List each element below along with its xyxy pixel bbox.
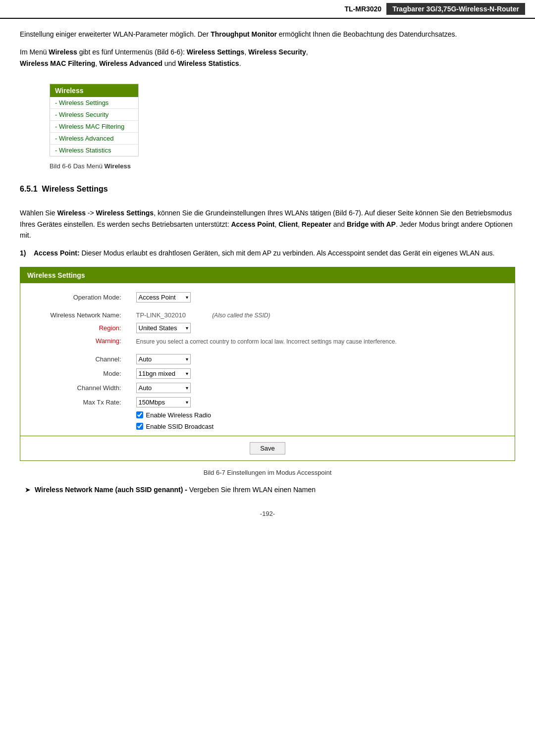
main-content: Einstellung einiger erweiterter WLAN-Par… [0, 29, 535, 547]
intro-sep2: , [306, 48, 308, 56]
page-header: TL-MR3020 Tragbarer 3G/3,75G-Wireless-N-… [0, 0, 535, 19]
body1-b2: Wireless Settings [96, 209, 154, 217]
section-651-num: 6.5.1 Wireless Settings [20, 185, 108, 194]
max-tx-row: Max Tx Rate: 150Mbps ▾ [20, 395, 515, 409]
enable-ssid-row: Enable SSID Broadcast [20, 421, 515, 432]
channel-select[interactable]: Auto ▾ [136, 354, 191, 364]
intro-text-p1-rest: ermöglicht Ihnen die Beobachtung des Dat… [277, 30, 457, 38]
operation-mode-select[interactable]: Access Point ▾ [136, 292, 191, 302]
intro-wadv-bold: Wireless Advanced [99, 59, 162, 67]
region-row: Region: United States ▾ [20, 321, 515, 335]
operation-mode-value: Access Point ▾ [129, 289, 515, 305]
intro-wsec-bold: Wireless Security [248, 48, 306, 56]
section-651-heading-row: 6.5.1 Wireless Settings [20, 180, 515, 201]
page-wrapper: TL-MR3020 Tragbarer 3G/3,75G-Wireless-N-… [0, 0, 535, 547]
ssid-note: (Also called the SSID) [212, 312, 270, 319]
max-tx-label: Max Tx Rate: [20, 395, 129, 409]
channel-width-arrow: ▾ [186, 385, 188, 391]
max-tx-select[interactable]: 150Mbps ▾ [136, 397, 191, 407]
operation-mode-label: Operation Mode: [20, 289, 129, 305]
bullet-bold: Wireless Network Name (auch SSID genannt… [35, 486, 187, 494]
body1-b1: Wireless [57, 209, 85, 217]
enable-radio-text: Enable Wireless Radio [146, 411, 212, 419]
body1-prefix: Wählen Sie [20, 209, 57, 217]
ap-text-content: Access Point: Dieser Modus erlaubt es dr… [34, 248, 515, 258]
ws-spacer3 [20, 348, 515, 352]
enable-radio-row: Enable Wireless Radio [20, 409, 515, 421]
ap-bold: Access Point: [34, 249, 80, 257]
page-number: -192- [20, 510, 515, 527]
channel-width-select[interactable]: Auto ▾ [136, 383, 191, 393]
section-num-text: 6.5.1 [20, 185, 38, 193]
intro-para1: Einstellung einiger erweiterter WLAN-Par… [20, 29, 515, 40]
channel-width-row: Channel Width: Auto ▾ [20, 381, 515, 395]
bullet-item-1: ➤ Wireless Network Name (auch SSID genan… [20, 484, 515, 495]
enable-ssid-label[interactable]: Enable SSID Broadcast [136, 423, 508, 430]
intro-end: . [239, 59, 241, 67]
menu-item-wireless-mac[interactable]: - Wireless MAC Filtering [50, 120, 138, 132]
ws-spacer-row [20, 283, 515, 289]
bullet-desc: Vergeben Sie Ihrem WLAN einen Namen [187, 486, 316, 494]
save-row: Save [20, 436, 515, 461]
body1-b4: Client [278, 220, 298, 228]
network-name-row: Wireless Network Name: TP-LINK_302010 (A… [20, 309, 515, 321]
throughput-monitor-bold: Throughput Monitor [211, 30, 277, 38]
section-651-body: Wählen Sie Wireless -> Wireless Settings… [20, 207, 515, 241]
save-button[interactable]: Save [250, 442, 285, 454]
figure7-caption: Bild 6-7 Einstellungen im Modus Accesspo… [20, 469, 515, 476]
channel-row: Channel: Auto ▾ [20, 352, 515, 366]
menu-item-wireless-statistics[interactable]: - Wireless Statistics [50, 144, 138, 156]
region-value-cell: United States ▾ [129, 321, 515, 335]
menu-item-wireless-security[interactable]: - Wireless Security [50, 108, 138, 120]
enable-ssid-broadcast-checkbox[interactable] [136, 423, 143, 430]
ws-table-header-cell: Wireless Settings [20, 267, 515, 283]
mode-value-cell: 11bgn mixed ▾ [129, 366, 515, 381]
body1-sep2: , [298, 220, 302, 228]
enable-wireless-radio-checkbox[interactable] [136, 411, 143, 418]
body1-sep3: and [331, 220, 347, 228]
warning-label: Warning: [20, 335, 129, 348]
channel-width-label: Channel Width: [20, 381, 129, 395]
max-tx-arrow: ▾ [186, 400, 188, 405]
operation-mode-selected: Access Point [139, 294, 176, 301]
intro-wmac-bold: Wireless MAC Filtering [20, 59, 95, 67]
region-label: Region: [20, 321, 129, 335]
channel-value-cell: Auto ▾ [129, 352, 515, 366]
channel-width-value-cell: Auto ▾ [129, 381, 515, 395]
body1-b5: Repeater [302, 220, 331, 228]
warning-text-cell: Ensure you select a correct country to c… [129, 335, 515, 348]
body1-b3: Access Point [231, 220, 274, 228]
network-name-value: TP-LINK_302010 [136, 311, 206, 319]
bullet-text: Wireless Network Name (auch SSID genannt… [35, 484, 316, 495]
operation-mode-row: Operation Mode: Access Point ▾ [20, 289, 515, 305]
enable-ssid-text: Enable SSID Broadcast [146, 423, 214, 430]
intro-para2: Im Menü Wireless gibt es fünf Untermenüs… [20, 47, 515, 69]
region-select[interactable]: United States ▾ [136, 323, 191, 333]
menu-item-wireless-settings[interactable]: - Wireless Settings [50, 97, 138, 108]
section-title-text: Wireless Settings [42, 185, 107, 193]
menu-item-wireless-advanced[interactable]: - Wireless Advanced [50, 132, 138, 144]
intro-sep4: und [162, 59, 178, 67]
channel-selected: Auto [139, 355, 152, 363]
network-name-label: Wireless Network Name: [20, 309, 129, 321]
menu-box-header: Wireless [50, 84, 138, 97]
mode-row: Mode: 11bgn mixed ▾ [20, 366, 515, 381]
wireless-settings-table: Wireless Settings Operation Mode: Access… [20, 267, 515, 461]
ap-desc: Dieser Modus erlaubt es drahtlosen Gerät… [80, 249, 495, 257]
body1-sep1: , [274, 220, 278, 228]
mode-label: Mode: [20, 366, 129, 381]
figure6-caption: Bild 6-6 Das Menü Wireless [50, 162, 515, 170]
mode-selected: 11bgn mixed [139, 370, 175, 377]
wireless-menu-box: Wireless - Wireless Settings - Wireless … [50, 84, 139, 156]
max-tx-selected: 150Mbps [139, 399, 165, 406]
body1-arrow: -> [86, 209, 96, 217]
mode-select[interactable]: 11bgn mixed ▾ [136, 368, 191, 379]
enable-ssid-label-cell [20, 421, 129, 432]
warning-text: Ensure you select a correct country to c… [136, 338, 397, 345]
network-name-value-cell: TP-LINK_302010 (Also called the SSID) [129, 309, 515, 321]
ws-spacer4 [20, 432, 515, 436]
region-arrow: ▾ [186, 325, 188, 331]
channel-arrow: ▾ [186, 356, 188, 362]
enable-radio-label[interactable]: Enable Wireless Radio [136, 411, 508, 419]
enable-radio-value-cell: Enable Wireless Radio [129, 409, 515, 421]
